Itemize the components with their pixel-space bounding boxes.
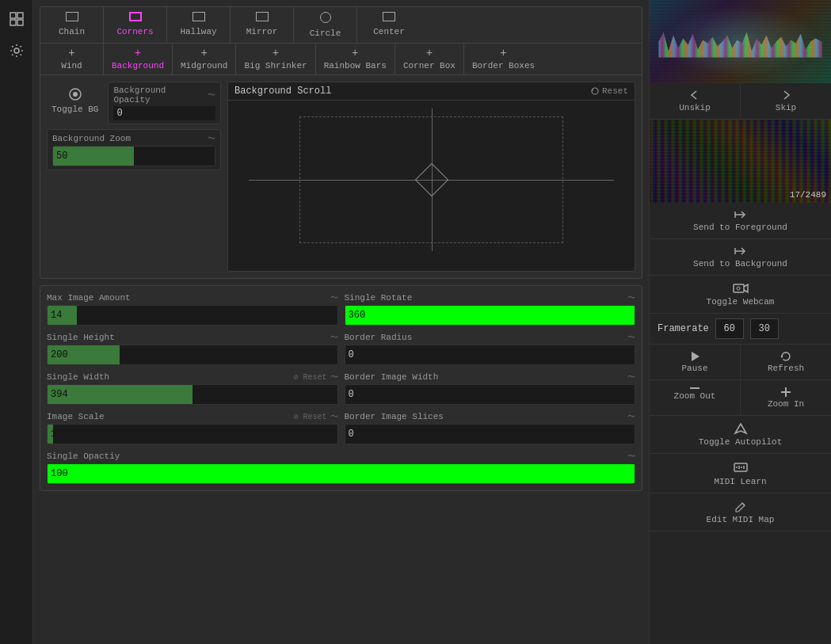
param-border-image-slices-bar[interactable]: 0 <box>345 424 636 444</box>
send-to-foreground-label: Send to Foreground <box>693 223 787 232</box>
svg-marker-13 <box>692 352 699 361</box>
tab-wind[interactable]: + Wind <box>40 44 104 74</box>
zoom-wave-btn[interactable]: 〜 <box>208 133 215 144</box>
background-tab-plus: + <box>135 48 141 59</box>
param-single-width-bar[interactable]: 394 <box>47 384 338 405</box>
bg-scroll-reset-btn[interactable]: Reset <box>590 86 628 96</box>
param-image-scale-wave[interactable]: 〜 <box>330 411 338 422</box>
opacity-control: Background Opacity 〜 <box>108 82 221 124</box>
tab-corners[interactable]: Corners <box>104 7 167 43</box>
right-sidebar: Unskip Skip 17/2489 Send to Foreground S… <box>649 0 831 644</box>
param-image-scale-bar[interactable]: 1 <box>47 424 338 444</box>
toggle-webcam-button[interactable]: Toggle Webcam <box>650 276 831 314</box>
param-border-radius-label: Border Radius 〜 <box>345 332 636 343</box>
toggle-autopilot-label: Toggle Autopilot <box>699 437 783 447</box>
skip-button[interactable]: Skip <box>741 83 831 119</box>
tab-row-2: + Wind + Background + Midground + Big Sh… <box>40 44 642 75</box>
circle-tab-icon <box>320 12 331 26</box>
pause-button[interactable]: Pause <box>650 345 741 379</box>
svg-line-22 <box>742 503 745 505</box>
pause-refresh-row: Pause Refresh <box>650 345 831 380</box>
param-max-image-bar[interactable]: 14 <box>47 305 338 326</box>
svg-point-6 <box>73 92 78 97</box>
midi-learn-button[interactable]: MIDI Learn <box>650 454 831 493</box>
bg-scroll-container: Background Scroll Reset <box>227 82 635 272</box>
zoom-bar[interactable]: 50 <box>52 146 215 166</box>
tab-corner-box-label: Corner Box <box>403 61 456 70</box>
svg-rect-0 <box>10 13 16 18</box>
param-border-radius-val: 0 <box>345 349 357 360</box>
param-single-rotate-bar[interactable]: 360 <box>345 305 636 326</box>
framerate-input-2[interactable] <box>750 318 779 339</box>
param-border-image-slices-wave[interactable]: 〜 <box>627 411 635 422</box>
param-single-opacity-bar[interactable]: 100 <box>47 463 635 484</box>
param-border-radius-bar[interactable]: 0 <box>345 345 636 365</box>
zoom-out-button[interactable]: Zoom Out <box>650 380 741 415</box>
param-single-width-wave[interactable]: 〜 <box>330 372 338 383</box>
param-image-scale-reset[interactable]: ⊘ Reset <box>293 412 326 421</box>
bg-scroll-label: Background Scroll <box>234 86 331 97</box>
opacity-value[interactable] <box>113 106 215 120</box>
param-single-height-bar[interactable]: 200 <box>47 345 338 365</box>
param-single-width-reset[interactable]: ⊘ Reset <box>293 372 326 382</box>
send-to-foreground-button[interactable]: Send to Foreground <box>650 203 831 239</box>
param-single-rotate-wave[interactable]: 〜 <box>627 292 635 303</box>
zoom-row: Zoom Out Zoom In <box>650 380 831 416</box>
tab-chain-label: Chain <box>59 27 85 36</box>
param-border-image-slices: Border Image Slices 〜 0 <box>345 411 636 444</box>
thumb-counter: 17/2489 <box>790 190 826 200</box>
param-single-opacity-wave[interactable]: 〜 <box>627 451 635 462</box>
grid-icon[interactable] <box>7 10 26 29</box>
pause-label: Pause <box>681 364 707 373</box>
tab-border-boxes-label: Border Boxes <box>472 61 535 70</box>
crosshair-area[interactable] <box>228 101 635 259</box>
tab-border-boxes[interactable]: + Border Boxes <box>464 44 543 74</box>
tab-background[interactable]: + Background <box>104 44 173 74</box>
tab-center[interactable]: Center <box>357 7 421 43</box>
tab-big-shrinker[interactable]: + Big Shrinker <box>236 44 315 74</box>
tab-chain[interactable]: Chain <box>40 7 104 43</box>
param-border-image-width: Border Image Width 〜 0 <box>345 372 636 405</box>
unskip-button[interactable]: Unskip <box>650 83 741 119</box>
zoom-in-button[interactable]: Zoom In <box>741 380 831 415</box>
param-single-rotate: Single Rotate 〜 360 <box>345 292 636 326</box>
tab-mirror[interactable]: Mirror <box>231 7 294 43</box>
tab-corner-box[interactable]: + Corner Box <box>395 44 464 74</box>
chain-tab-icon <box>66 12 78 25</box>
svg-point-4 <box>14 48 19 53</box>
opacity-wave-btn[interactable]: 〜 <box>208 90 215 101</box>
params-grid: Max Image Amount 〜 14 Single Rotate 〜 36… <box>47 292 635 484</box>
framerate-label: Framerate <box>658 323 709 334</box>
param-border-image-width-wave[interactable]: 〜 <box>627 372 635 383</box>
bg-panel-content: Toggle BG Background Opacity 〜 <box>40 75 642 278</box>
param-max-image-wave[interactable]: 〜 <box>330 292 338 303</box>
refresh-button[interactable]: Refresh <box>741 345 831 379</box>
tab-midground[interactable]: + Midground <box>173 44 236 74</box>
param-border-image-width-bar[interactable]: 0 <box>345 384 636 405</box>
send-to-background-button[interactable]: Send to Background <box>650 239 831 276</box>
svg-point-12 <box>737 287 740 290</box>
tab-hallway[interactable]: Hallway <box>167 7 231 43</box>
param-border-radius: Border Radius 〜 0 <box>345 332 636 365</box>
framerate-input-1[interactable] <box>715 318 744 339</box>
tab-circle-label: Circle <box>310 29 341 38</box>
toggle-bg-button[interactable]: Toggle BG <box>47 82 103 119</box>
zoom-out-label: Zoom Out <box>674 391 716 401</box>
hallway-tab-icon <box>193 12 205 25</box>
toggle-autopilot-button[interactable]: Toggle Autopilot <box>650 416 831 454</box>
param-border-radius-wave[interactable]: 〜 <box>627 332 635 343</box>
settings-icon[interactable] <box>7 41 26 60</box>
border-boxes-tab-plus: + <box>500 48 506 59</box>
tab-rainbow-bars[interactable]: + Rainbow Bars <box>316 44 395 74</box>
param-max-image-amount-label: Max Image Amount 〜 <box>47 292 338 303</box>
param-single-height-label: Single Height 〜 <box>47 332 338 343</box>
opacity-label: Background Opacity 〜 <box>113 86 215 105</box>
skip-label: Skip <box>776 103 796 112</box>
tab-circle[interactable]: Circle <box>294 7 357 43</box>
edit-midi-map-button[interactable]: Edit MIDI Map <box>650 493 831 532</box>
zoom-label: Background Zoom 〜 <box>52 133 215 144</box>
param-single-width: Single Width ⊘ Reset 〜 394 <box>47 372 338 405</box>
param-single-width-val: 394 <box>48 389 71 400</box>
param-single-height-wave[interactable]: 〜 <box>330 332 338 343</box>
param-border-image-slices-val: 0 <box>345 429 357 440</box>
